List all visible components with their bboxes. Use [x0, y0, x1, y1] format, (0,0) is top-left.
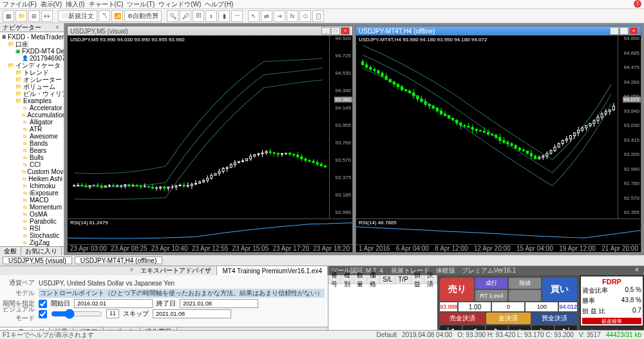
- tb-signal-icon[interactable]: 📶: [111, 10, 123, 22]
- limit-button[interactable]: 指値: [509, 278, 541, 289]
- tree-indicator[interactable]: Stochastic: [30, 232, 59, 239]
- tree-indicators[interactable]: インディケータ: [15, 62, 61, 69]
- auto-trade-button[interactable]: ⚙ 自動売買: [124, 10, 162, 22]
- nav-tab-fav[interactable]: お気に入り: [21, 247, 62, 255]
- period-checkbox[interactable]: [39, 300, 47, 308]
- sell-button[interactable]: 売り: [440, 278, 475, 301]
- svg-rect-75: [218, 171, 220, 173]
- tree-indicator[interactable]: RSI: [30, 225, 41, 232]
- speed-slider[interactable]: [51, 309, 102, 319]
- tester-tab-file[interactable]: MT4 Training PremiumVer16.1.ex4: [217, 266, 328, 275]
- chart-tab-1[interactable]: USDJPY,M5 (visual): [3, 257, 72, 264]
- shift-icon[interactable]: ⇥: [274, 10, 285, 22]
- tb-folder-icon[interactable]: 📁: [15, 10, 27, 22]
- minimize-icon[interactable]: _: [321, 27, 330, 35]
- tb-chart-icon[interactable]: 〽: [99, 10, 110, 22]
- svg-rect-157: [413, 93, 415, 96]
- tree-indicator[interactable]: MACD: [30, 197, 48, 204]
- template-icon[interactable]: 📋: [312, 10, 324, 22]
- tree-indicator[interactable]: ATR: [30, 126, 42, 133]
- candle-icon[interactable]: ▮: [218, 10, 230, 22]
- tree-volume[interactable]: ボリューム: [23, 83, 55, 90]
- tree-indicator[interactable]: Momentum: [30, 204, 62, 211]
- menu-chart[interactable]: チャート(C): [89, 0, 124, 9]
- alert-badge[interactable]: !: [634, 0, 641, 8]
- tester-close-icon[interactable]: ×: [128, 266, 135, 275]
- scroll-icon[interactable]: ⇄: [261, 10, 272, 22]
- tree-indicator[interactable]: Ichimoku: [30, 182, 55, 189]
- buy-button[interactable]: 買い: [542, 278, 577, 301]
- model-value[interactable]: コントロールポイント（ひとつ下の時間軸を使ったおおまかな方法。結果はあまり信頼性…: [39, 289, 325, 298]
- close-sell-button[interactable]: 売全決済: [440, 313, 485, 324]
- tree-examples[interactable]: Examples: [23, 97, 52, 104]
- menu-tools[interactable]: ツール(T): [127, 0, 155, 9]
- tree-trend[interactable]: トレンド: [23, 69, 49, 76]
- maximize-icon[interactable]: □: [331, 27, 340, 35]
- arrow-icon[interactable]: ↖: [248, 10, 260, 22]
- folder-icon: 📁: [8, 63, 14, 69]
- tree-bw[interactable]: ビル・ウィリアムズ: [23, 90, 64, 97]
- tree-account-num[interactable]: 2017946907: 8: [30, 55, 64, 62]
- pair-value[interactable]: USDJPY, United States Dollar vs Japanese…: [39, 280, 175, 287]
- rt-label2: [509, 290, 541, 301]
- tree-demo[interactable]: FXDD-MT4 Demo: [22, 48, 64, 55]
- minimize-icon[interactable]: _: [610, 27, 619, 35]
- market-button[interactable]: 成行: [475, 278, 507, 289]
- navigator-close-icon[interactable]: ×: [53, 24, 61, 31]
- svg-rect-65: [198, 182, 200, 183]
- navigator-tree[interactable]: 🖥FXDD - MetaTrader 📁口座 ▣FXDD-MT4 Demo 👤2…: [0, 32, 64, 246]
- indicator-icon[interactable]: fx: [287, 10, 298, 22]
- tree-indicator[interactable]: Accumulation: [27, 111, 64, 119]
- period-icon[interactable]: ⏲: [299, 10, 311, 22]
- tree-indicator[interactable]: Heiken Ashi: [28, 175, 62, 182]
- tree-accounts[interactable]: 口座: [15, 41, 28, 48]
- menu-window[interactable]: ウィンドウ(W): [158, 0, 201, 9]
- maximize-icon[interactable]: □: [620, 27, 629, 35]
- tree-osc[interactable]: オシレーター: [23, 76, 62, 83]
- tree-indicator[interactable]: Awesome: [30, 133, 58, 140]
- tb-tree-icon[interactable]: ⊞: [28, 10, 40, 22]
- tree-indicator[interactable]: Accelerator: [30, 104, 62, 111]
- tree-indicator[interactable]: ZigZag: [30, 239, 50, 246]
- close-icon[interactable]: ×: [341, 27, 350, 35]
- close-buy-button[interactable]: 買全決済: [532, 313, 577, 324]
- end-date-input[interactable]: [180, 299, 258, 308]
- tb-binoculars-icon[interactable]: 👀: [41, 10, 53, 22]
- menu-insert[interactable]: 挿入(I): [66, 0, 84, 9]
- close-all-button[interactable]: 全決済: [486, 313, 531, 324]
- tree-indicator[interactable]: Parabolic: [30, 218, 57, 225]
- chart-tab-2[interactable]: USDJPY-MT4T,H4 (offline): [75, 257, 162, 264]
- bar-chart-icon[interactable]: ⫾: [205, 10, 217, 22]
- tree-root[interactable]: FXDD - MetaTrader: [8, 34, 64, 41]
- tree-indicator[interactable]: Alligator: [30, 119, 53, 126]
- chart1-canvas[interactable]: USDJPY,M5 93.990 94.030 93.990 93.955 93…: [68, 35, 352, 218]
- menu-help[interactable]: ヘルプ(H): [205, 0, 233, 9]
- tree-indicator[interactable]: CCI: [30, 161, 41, 168]
- line-chart-icon[interactable]: 〰: [231, 10, 243, 22]
- close-icon[interactable]: ×: [629, 27, 638, 35]
- tree-indicator[interactable]: OsMA: [30, 211, 48, 218]
- tree-indicator[interactable]: Bulls: [30, 154, 44, 161]
- trade-close-icon[interactable]: ×: [632, 266, 641, 275]
- tree-indicator[interactable]: Custom Moving A: [27, 168, 64, 175]
- sl-input[interactable]: 0: [492, 302, 524, 311]
- tree-indicator[interactable]: Bands: [30, 140, 48, 147]
- zoom-out-icon[interactable]: 🔎: [180, 10, 191, 22]
- tester-tab-ea[interactable]: エキスパートアドバイザ: [135, 266, 217, 275]
- tp-input[interactable]: 100: [526, 302, 558, 311]
- tree-indicator[interactable]: Bears: [30, 147, 46, 154]
- start-date-input[interactable]: [74, 299, 153, 308]
- skip-date-input[interactable]: [153, 309, 231, 318]
- nav-tab-all[interactable]: 全般: [0, 247, 21, 255]
- zoom-in-icon[interactable]: 🔍: [167, 10, 178, 22]
- menu-view[interactable]: 表示(V): [41, 0, 62, 9]
- chart2-canvas[interactable]: USDJPY-MT4T,H4 93.980 94.180 93.950 94.1…: [356, 35, 641, 218]
- tree-indicator[interactable]: iExposure: [30, 189, 58, 197]
- new-order-button[interactable]: 📄 新規注文: [58, 10, 97, 22]
- tile-icon[interactable]: 田: [193, 10, 204, 22]
- svg-rect-115: [297, 155, 299, 157]
- lot-input[interactable]: 1.00: [459, 302, 491, 311]
- tb-new-window-icon[interactable]: ▦: [3, 10, 14, 22]
- menu-file[interactable]: ファイル(F): [3, 0, 37, 9]
- visual-checkbox[interactable]: [39, 310, 47, 318]
